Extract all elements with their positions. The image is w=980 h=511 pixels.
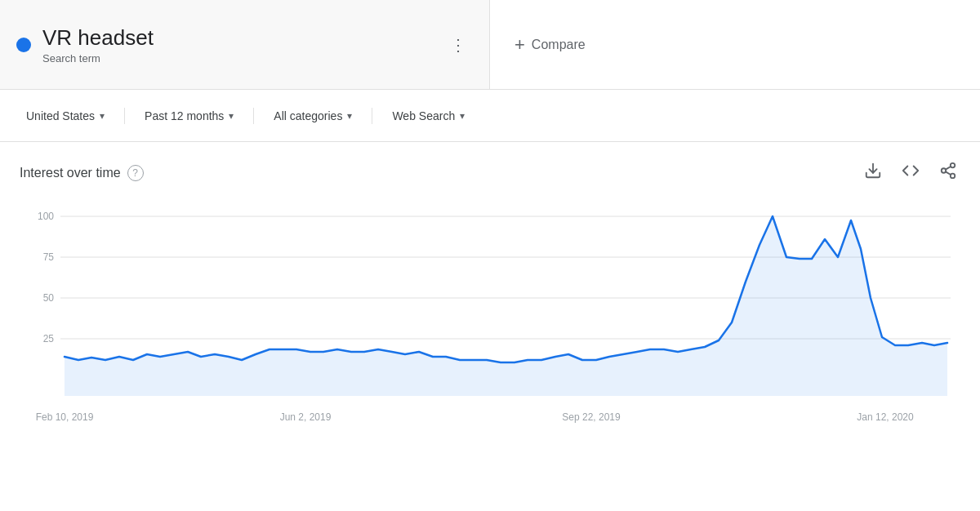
- download-icon: [864, 162, 882, 180]
- filter-bar: United States ▾ Past 12 months ▾ All cat…: [0, 90, 980, 142]
- chart-container: 100 75 50 25 Feb 10, 2019 Jun 2, 2019 Se…: [20, 200, 960, 456]
- y-label-25: 25: [43, 333, 55, 344]
- time-range-chevron-icon: ▾: [229, 110, 234, 122]
- compare-plus-icon: +: [514, 34, 525, 56]
- header-bar: VR headset Search term ⋮ + Compare: [0, 0, 980, 90]
- x-label-sep: Sep 22, 2019: [562, 411, 621, 423]
- search-term-label: Search term: [42, 52, 154, 64]
- search-term-card: VR headset Search term ⋮: [0, 0, 490, 89]
- more-options-icon: ⋮: [450, 36, 466, 54]
- region-label: United States: [26, 109, 95, 122]
- chart-title-area: Interest over time ?: [20, 165, 144, 181]
- category-filter-button[interactable]: All categories ▾: [264, 103, 362, 129]
- chart-actions: [861, 158, 960, 187]
- filter-separator-3: [372, 108, 372, 124]
- share-icon: [939, 162, 957, 180]
- embed-icon: [902, 162, 920, 180]
- region-chevron-icon: ▾: [100, 110, 105, 122]
- category-chevron-icon: ▾: [347, 110, 352, 122]
- region-filter-button[interactable]: United States ▾: [16, 103, 114, 129]
- share-button[interactable]: [936, 158, 960, 187]
- embed-button[interactable]: [898, 158, 923, 187]
- help-icon[interactable]: ?: [127, 165, 144, 181]
- search-type-label: Web Search: [392, 109, 455, 122]
- more-options-button[interactable]: ⋮: [443, 29, 473, 61]
- download-button[interactable]: [861, 158, 885, 187]
- svg-line-5: [946, 167, 951, 170]
- y-label-50: 50: [43, 292, 55, 304]
- filter-separator-1: [124, 108, 125, 124]
- compare-button[interactable]: + Compare: [514, 34, 586, 56]
- compare-section: + Compare: [490, 0, 980, 89]
- search-term-text: VR headset Search term: [42, 25, 154, 64]
- svg-line-4: [946, 171, 951, 175]
- interest-chart: 100 75 50 25 Feb 10, 2019 Jun 2, 2019 Se…: [20, 200, 960, 453]
- y-label-100: 100: [38, 211, 54, 222]
- chart-section: Interest over time ?: [0, 142, 980, 464]
- chart-header: Interest over time ?: [20, 158, 960, 187]
- search-term-name: VR headset: [42, 25, 154, 51]
- x-label-jun: Jun 2, 2019: [280, 411, 332, 423]
- compare-label: Compare: [532, 38, 586, 52]
- y-label-75: 75: [43, 251, 55, 263]
- search-type-filter-button[interactable]: Web Search ▾: [382, 103, 474, 129]
- search-type-chevron-icon: ▾: [460, 110, 465, 122]
- search-term-dot: [16, 38, 31, 52]
- time-range-label: Past 12 months: [145, 109, 224, 122]
- x-label-jan: Jan 12, 2020: [857, 411, 914, 423]
- category-label: All categories: [274, 109, 342, 122]
- chart-title: Interest over time: [20, 166, 121, 180]
- filter-separator-2: [253, 108, 254, 124]
- trend-area: [65, 216, 947, 396]
- time-range-filter-button[interactable]: Past 12 months ▾: [135, 103, 243, 129]
- x-label-feb: Feb 10, 2019: [36, 411, 94, 423]
